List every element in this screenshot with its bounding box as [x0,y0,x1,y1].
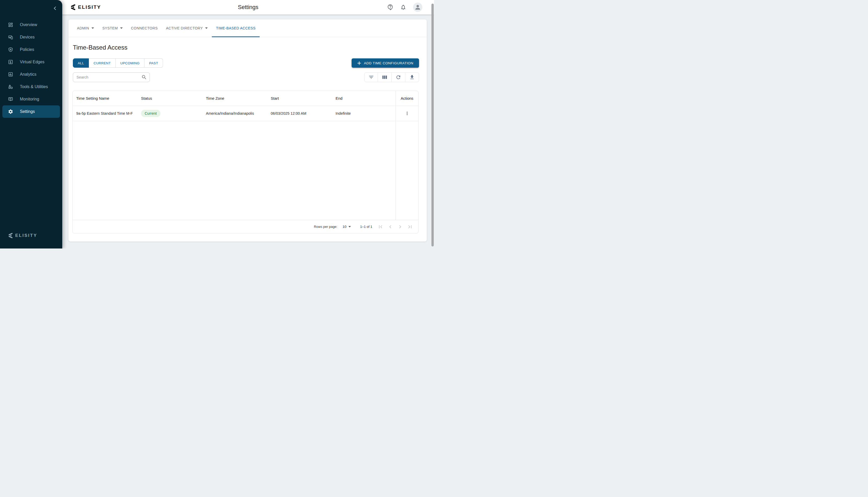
bar-chart-icon [8,72,13,77]
app-root: Settings ELISITY [0,0,434,248]
cell-actions [396,109,418,117]
brand-logo: ELISITY [70,0,101,14]
table-pagination: Rows per page: 10 1–1 of 1 [73,220,418,233]
settings-card: ADMIN SYSTEM CONNECTORS ACTIVE DIRECTORY [69,19,427,242]
last-page-button[interactable] [407,224,413,230]
page-scrollbar[interactable] [431,4,434,246]
filter-upcoming-button[interactable]: UPCOMING [116,58,145,68]
plus-icon [357,61,361,65]
cell-end: Indefinite [332,111,396,115]
brand-wordmark: ELISITY [78,4,101,10]
chevron-right-icon [397,224,403,230]
tab-time-based-access[interactable]: TIME-BASED ACCESS [212,19,260,37]
tab-admin[interactable]: ADMIN [73,19,98,37]
sidebar-item-label: Tools & Utilities [20,84,48,89]
page-title: Time-Based Access [73,43,423,52]
table-empty-space [73,121,418,220]
toolbar-row-1: ALL CURRENT UPCOMING PAST ADD TIME CONFI… [73,58,419,68]
first-page-button[interactable] [378,224,384,230]
toolbar-row-2 [73,72,419,82]
status-filter-group: ALL CURRENT UPCOMING PAST [73,58,163,68]
columns-icon [382,74,387,80]
filter-list-icon [368,74,374,80]
devices-icon [8,34,13,40]
rows-per-page-select[interactable]: 10 [343,225,351,229]
cell-time-zone: America/Indiana/Indianapolis [202,111,267,115]
tab-label: TIME-BASED ACCESS [216,26,256,30]
top-header: Settings [0,0,434,14]
bell-icon [400,4,407,10]
shapes-icon [8,84,13,89]
caret-down-icon [120,27,123,29]
header-actions [387,0,422,14]
brand-mark-icon [70,4,76,11]
cell-time-setting-name: 9a-5p Eastern Standard Time M-F [73,111,138,115]
filter-current-button[interactable]: CURRENT [89,58,115,68]
pagination-range: 1–1 of 1 [360,225,372,229]
download-icon [409,74,415,80]
sidebar-nav: Overview Devices [0,18,62,118]
dashboard-icon [8,22,13,27]
tab-label: SYSTEM [102,26,118,30]
search-icon [141,74,147,80]
column-header-start: Start [267,96,332,100]
notifications-button[interactable] [400,4,407,10]
person-icon [413,3,422,12]
sidebar-item-label: Settings [20,109,35,114]
chevron-left-icon [387,224,394,230]
tab-label: ADMIN [77,26,89,30]
footer-brand-wordmark: ELISITY [15,233,37,238]
search-box [73,72,150,82]
column-header-actions: Actions [396,96,418,100]
column-header-time-zone: Time Zone [202,96,267,100]
refresh-icon [396,74,401,80]
sidebar-item-label: Analytics [20,72,37,77]
status-badge: Current [141,110,160,117]
first-page-icon [378,224,384,230]
sidebar-item-overview[interactable]: Overview [2,18,60,31]
filter-button[interactable] [364,72,378,82]
user-avatar[interactable] [413,3,422,12]
caret-down-icon [91,27,94,29]
sidebar-item-label: Overview [20,23,37,27]
search-input[interactable] [76,75,141,79]
sidebar-item-monitoring[interactable]: Monitoring [2,93,60,105]
next-page-button[interactable] [397,224,403,230]
sidebar-item-label: Monitoring [20,97,39,101]
sidebar-item-analytics[interactable]: Analytics [2,68,60,81]
filter-past-button[interactable]: PAST [144,58,163,68]
filter-all-button[interactable]: ALL [73,58,89,68]
column-header-time-setting-name: Time Setting Name [73,96,138,100]
help-icon [387,4,394,10]
table-tools-group [364,72,419,82]
tab-connectors[interactable]: CONNECTORS [127,19,162,37]
tab-system[interactable]: SYSTEM [98,19,127,37]
sidebar-item-settings[interactable]: Settings [2,105,60,118]
sidebar-item-tools-utilities[interactable]: Tools & Utilities [2,81,60,93]
previous-page-button[interactable] [387,224,394,230]
monitor-list-icon [8,97,13,102]
rows-per-page-label: Rows per page: [314,225,337,229]
shield-gear-icon [8,47,13,52]
settings-tabs: ADMIN SYSTEM CONNECTORS ACTIVE DIRECTORY [69,19,427,37]
tab-active-directory[interactable]: ACTIVE DIRECTORY [162,19,212,37]
row-actions-menu-button[interactable] [403,109,411,117]
columns-button[interactable] [378,72,392,82]
download-button[interactable] [405,72,419,82]
add-button-label: ADD TIME CONFIGURATION [364,61,413,65]
help-button[interactable] [387,4,394,10]
sidebar-footer-logo: ELISITY [8,232,37,239]
column-header-end: End [332,96,396,100]
sidebar-item-policies[interactable]: Policies [2,43,60,56]
refresh-button[interactable] [392,72,405,82]
tab-label: CONNECTORS [131,26,158,30]
sidebar-item-devices[interactable]: Devices [2,31,60,43]
cell-status: Current [138,110,202,117]
caret-down-icon [348,226,351,228]
sidebar-item-virtual-edges[interactable]: Virtual Edges [2,56,60,68]
sidebar-collapse-button[interactable] [52,5,59,12]
add-time-configuration-button[interactable]: ADD TIME CONFIGURATION [352,58,419,68]
active-tab-underline [212,37,260,37]
gear-icon [8,109,13,114]
table-row[interactable]: 9a-5p Eastern Standard Time M-F Current … [73,106,418,121]
